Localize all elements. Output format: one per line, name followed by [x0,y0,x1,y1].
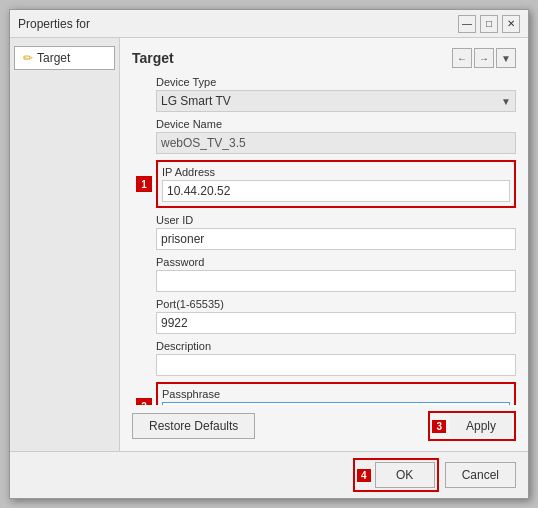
properties-window: Properties for — □ ✕ ✏ Target Target ← →… [9,9,529,499]
password-label: Password [156,256,516,268]
form-section: Device Type LG Smart TV ▼ Device Name 1 … [132,76,516,405]
password-input[interactable] [156,270,516,292]
nav-controls: ← → ▼ [452,48,516,68]
description-group: Description [156,340,516,376]
inner-button-row: Restore Defaults 3 Apply [132,405,516,441]
user-id-group: User ID [156,214,516,250]
annotation-4: 4 [357,469,371,482]
main-header: Target ← → ▼ [132,48,516,68]
device-type-dropdown[interactable]: LG Smart TV ▼ [156,90,516,112]
minimize-button[interactable]: — [458,15,476,33]
annotation-1: 1 [136,176,152,192]
main-content: Target ← → ▼ Device Type LG Smart TV ▼ [120,38,528,451]
footer: 4 OK Cancel [10,451,528,498]
ip-address-label: IP Address [162,166,510,178]
device-type-value: LG Smart TV [161,94,231,108]
description-label: Description [156,340,516,352]
annotation-2: 2 [136,398,152,405]
window-controls: — □ ✕ [458,15,520,33]
ok-annotation-wrapper: 4 OK [353,458,439,492]
cancel-button[interactable]: Cancel [445,462,516,488]
sidebar-item-target[interactable]: ✏ Target [14,46,115,70]
title-bar: Properties for — □ ✕ [10,10,528,38]
apply-annotation-wrapper: 3 Apply [428,411,516,441]
device-name-input [156,132,516,154]
device-type-group: Device Type LG Smart TV ▼ [156,76,516,112]
ip-address-input[interactable] [162,180,510,202]
passphrase-section: 2 Passphrase [156,382,516,405]
edit-icon: ✏ [23,51,33,65]
nav-forward-button[interactable]: → [474,48,494,68]
maximize-button[interactable]: □ [480,15,498,33]
apply-button[interactable]: Apply [450,415,512,437]
device-name-group: Device Name [156,118,516,154]
password-group: Password [156,256,516,292]
nav-dropdown-button[interactable]: ▼ [496,48,516,68]
device-name-label: Device Name [156,118,516,130]
port-input[interactable] [156,312,516,334]
description-input[interactable] [156,354,516,376]
restore-defaults-button[interactable]: Restore Defaults [132,413,255,439]
dropdown-arrow-icon: ▼ [501,96,511,107]
sidebar-item-label: Target [37,51,70,65]
ip-address-section: 1 IP Address [156,160,516,208]
passphrase-input[interactable] [162,402,510,405]
nav-back-button[interactable]: ← [452,48,472,68]
ok-button[interactable]: OK [375,462,435,488]
port-group: Port(1-65535) [156,298,516,334]
main-title: Target [132,50,174,66]
close-button[interactable]: ✕ [502,15,520,33]
port-label: Port(1-65535) [156,298,516,310]
sidebar: ✏ Target [10,38,120,451]
annotation-3: 3 [432,420,446,433]
passphrase-label: Passphrase [162,388,510,400]
device-type-label: Device Type [156,76,516,88]
user-id-input[interactable] [156,228,516,250]
window-title: Properties for [18,17,90,31]
user-id-label: User ID [156,214,516,226]
window-body: ✏ Target Target ← → ▼ Device Type [10,38,528,451]
